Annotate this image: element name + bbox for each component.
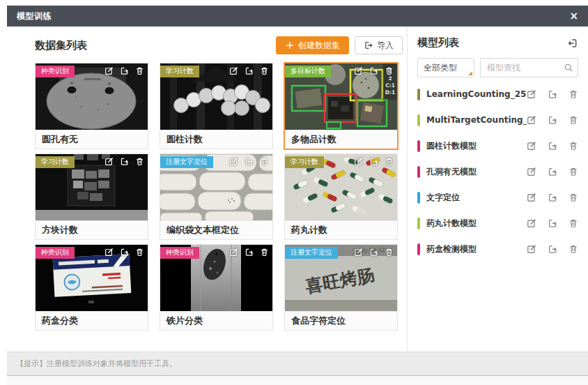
dataset-thumbnail: 种类识别 [36, 63, 148, 130]
export-icon[interactable] [120, 248, 129, 257]
trash-icon[interactable] [568, 167, 578, 176]
dataset-card-blocks[interactable]: 学习计数 方块计数 [35, 153, 148, 240]
export-icon[interactable] [369, 248, 378, 257]
edit-icon[interactable] [105, 157, 114, 166]
edit-icon[interactable] [527, 192, 536, 202]
annotation-count-2: 2 [388, 75, 392, 82]
trash-icon[interactable] [568, 89, 578, 99]
edit-icon[interactable] [527, 115, 536, 125]
trash-icon[interactable] [568, 218, 578, 228]
dataset-thumbnail: 2020.08.12 喜旺烤肠 注册文字定位 [285, 245, 397, 311]
trash-icon[interactable] [135, 157, 144, 166]
dataset-list-title: 数据集列表 [35, 39, 87, 52]
export-icon[interactable] [548, 141, 557, 151]
import-dataset-button[interactable]: 导入 [355, 36, 403, 54]
model-color-bar [417, 140, 420, 152]
model-list-item[interactable]: 圆柱计数模型 [417, 137, 578, 155]
trash-icon[interactable] [135, 66, 144, 75]
edit-icon[interactable] [527, 167, 536, 176]
model-name: 文字定位 [426, 192, 527, 204]
model-list-item[interactable]: 药盒检测模型 [417, 240, 578, 258]
trash-icon[interactable] [260, 66, 269, 75]
export-icon[interactable] [548, 218, 557, 228]
import-model-icon[interactable] [567, 38, 578, 49]
model-list-title: 模型列表 [417, 36, 459, 50]
export-icon[interactable] [245, 157, 254, 166]
edit-icon[interactable] [527, 244, 536, 254]
dataset-card-medicine-box[interactable]: 种类识别 药盒分类 [35, 244, 148, 331]
model-list-item[interactable]: MultiTargetCounting_25... [417, 111, 578, 129]
annotation-count-3: C:1 [385, 82, 395, 89]
edit-icon[interactable] [527, 89, 536, 99]
export-icon[interactable] [120, 157, 129, 166]
export-icon[interactable] [369, 157, 378, 166]
dataset-type-badge: 注册文字定位 [160, 156, 213, 168]
edit-icon[interactable] [527, 218, 536, 228]
dataset-title: 圆柱计数 [160, 130, 272, 149]
model-type-filter[interactable]: 全部类型 [417, 58, 474, 77]
trash-icon[interactable] [260, 248, 269, 257]
export-icon[interactable] [548, 192, 557, 202]
model-training-dialog: 模型训练 × 数据集列表 创建数据集 导入 [7, 6, 588, 385]
dataset-card-metal-piece[interactable]: 种类识别 铁片分类 [160, 244, 273, 331]
export-icon[interactable] [548, 115, 557, 125]
model-color-bar [417, 192, 420, 204]
trash-icon[interactable] [385, 66, 394, 75]
trash-icon[interactable] [568, 115, 578, 125]
edit-icon[interactable] [229, 157, 238, 166]
dataset-title: 药盒分类 [36, 311, 148, 330]
model-list-item[interactable]: 孔洞有无模型 [417, 163, 578, 181]
export-icon[interactable] [548, 244, 557, 254]
dataset-card-holes[interactable]: 种类识别 圆孔有无 [35, 63, 148, 149]
trash-icon[interactable] [135, 248, 144, 257]
dataset-thumbnail: 学习计数 [160, 63, 272, 130]
dataset-type-badge: 种类识别 [36, 247, 75, 259]
export-icon[interactable] [369, 66, 378, 75]
export-icon[interactable] [548, 89, 557, 99]
search-icon [564, 63, 573, 73]
dataset-card-multi-object[interactable]: 1 2 C:1 D:1 多目标计数 多物品计数 [284, 62, 399, 150]
import-icon [364, 40, 373, 50]
trash-icon[interactable] [385, 248, 394, 257]
dataset-thumbnail: 种类识别 [160, 245, 272, 311]
model-list-item[interactable]: 药丸计数模型 [417, 214, 578, 232]
edit-icon[interactable] [229, 66, 238, 75]
dataset-card-pills[interactable]: 学习计数 药丸计数 [284, 153, 398, 240]
export-icon[interactable] [548, 167, 557, 176]
trash-icon[interactable] [568, 192, 578, 202]
export-icon[interactable] [245, 248, 254, 257]
edit-icon[interactable] [105, 248, 114, 257]
model-list-item[interactable]: LearningCounting_25080... [417, 85, 578, 103]
trash-icon[interactable] [385, 157, 394, 166]
model-panel: 模型列表 全部类型 LearningCounting_25080... [408, 27, 588, 352]
export-icon[interactable] [245, 66, 254, 75]
close-icon[interactable]: × [569, 11, 578, 22]
edit-icon[interactable] [354, 66, 363, 75]
dataset-card-food-text[interactable]: 2020.08.12 喜旺烤肠 注册文字定位 食品字符定位 [284, 244, 398, 331]
dataset-card-woven-bags[interactable]: 注册文字定位 编织袋文本框定位 [160, 153, 273, 240]
dataset-type-badge: 学习计数 [160, 66, 199, 77]
edit-icon[interactable] [229, 248, 238, 257]
dataset-type-badge: 学习计数 [285, 156, 324, 168]
model-name: 药丸计数模型 [426, 218, 527, 229]
edit-icon[interactable] [105, 66, 114, 75]
dataset-card-cylinders[interactable]: 学习计数 圆柱计数 [160, 63, 273, 149]
trash-icon[interactable] [568, 244, 578, 254]
dataset-title: 食品字符定位 [285, 311, 397, 330]
edit-icon[interactable] [527, 141, 536, 151]
dataset-type-badge: 注册文字定位 [285, 247, 338, 259]
dialog-title: 模型训练 [17, 10, 52, 22]
edit-icon[interactable] [354, 157, 363, 166]
trash-icon[interactable] [260, 157, 269, 166]
model-list-item[interactable]: 文字定位 [417, 188, 578, 206]
import-dataset-label: 导入 [377, 40, 394, 52]
model-name: 圆柱计数模型 [426, 140, 527, 152]
edit-icon[interactable] [354, 248, 363, 257]
create-dataset-button[interactable]: 创建数据集 [276, 36, 349, 54]
plus-icon [285, 40, 295, 50]
export-icon[interactable] [120, 66, 129, 75]
bottom-strip [7, 376, 588, 385]
trash-icon[interactable] [568, 141, 578, 151]
dataset-thumbnail: 种类识别 [36, 245, 148, 311]
dataset-thumbnail: 注册文字定位 [160, 154, 272, 220]
